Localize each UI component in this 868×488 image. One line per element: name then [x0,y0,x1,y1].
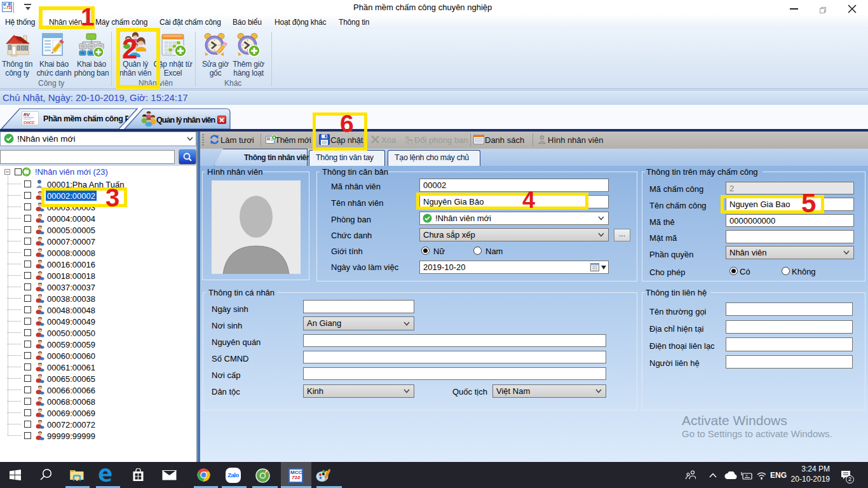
svg-text:RV: RV [24,112,31,117]
svg-text:CHCC: CHCC [24,121,35,125]
svg-text:710: 710 [6,5,12,10]
